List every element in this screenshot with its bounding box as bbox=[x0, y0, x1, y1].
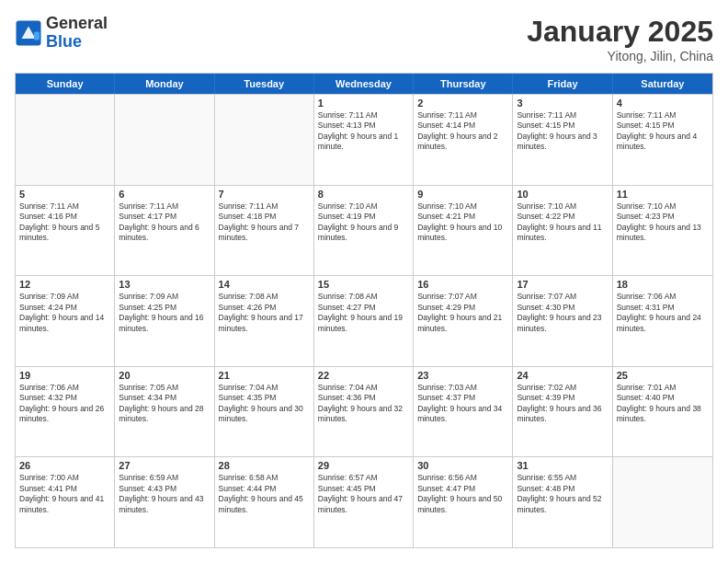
cal-cell-6: 6Sunrise: 7:11 AMSunset: 4:17 PMDaylight… bbox=[115, 186, 214, 276]
day-info: Sunrise: 7:00 AMSunset: 4:41 PMDaylight:… bbox=[19, 473, 110, 515]
day-info: Sunrise: 6:58 AMSunset: 4:44 PMDaylight:… bbox=[219, 473, 310, 515]
day-info: Sunrise: 7:10 AMSunset: 4:22 PMDaylight:… bbox=[517, 201, 608, 244]
day-number: 23 bbox=[417, 370, 508, 381]
day-info: Sunrise: 7:10 AMSunset: 4:21 PMDaylight:… bbox=[417, 201, 508, 244]
cal-cell-21: 21Sunrise: 7:04 AMSunset: 4:35 PMDayligh… bbox=[215, 367, 314, 457]
cal-cell-31: 31Sunrise: 6:55 AMSunset: 4:48 PMDayligh… bbox=[513, 457, 612, 547]
calendar-row-2: 12Sunrise: 7:09 AMSunset: 4:24 PMDayligh… bbox=[16, 275, 712, 366]
day-number: 25 bbox=[617, 370, 709, 381]
cal-cell-empty-0-0 bbox=[16, 95, 115, 185]
day-number: 2 bbox=[417, 98, 508, 109]
day-number: 8 bbox=[318, 189, 409, 200]
day-info: Sunrise: 7:10 AMSunset: 4:23 PMDaylight:… bbox=[617, 201, 709, 244]
day-info: Sunrise: 7:11 AMSunset: 4:16 PMDaylight:… bbox=[19, 201, 110, 244]
logo-blue: Blue bbox=[46, 33, 108, 52]
day-number: 16 bbox=[417, 279, 508, 290]
logo-icon bbox=[15, 19, 42, 47]
header-day-friday: Friday bbox=[513, 74, 612, 94]
day-info: Sunrise: 6:55 AMSunset: 4:48 PMDaylight:… bbox=[517, 473, 608, 515]
day-number: 6 bbox=[119, 189, 210, 200]
cal-cell-15: 15Sunrise: 7:08 AMSunset: 4:27 PMDayligh… bbox=[314, 276, 414, 366]
cal-cell-19: 19Sunrise: 7:06 AMSunset: 4:32 PMDayligh… bbox=[16, 367, 115, 457]
day-info: Sunrise: 7:01 AMSunset: 4:40 PMDaylight:… bbox=[617, 383, 709, 425]
cal-cell-25: 25Sunrise: 7:01 AMSunset: 4:40 PMDayligh… bbox=[613, 367, 712, 457]
cal-cell-11: 11Sunrise: 7:10 AMSunset: 4:23 PMDayligh… bbox=[613, 186, 712, 276]
cal-cell-18: 18Sunrise: 7:06 AMSunset: 4:31 PMDayligh… bbox=[613, 276, 712, 366]
day-number: 24 bbox=[517, 370, 608, 381]
logo-general: General bbox=[46, 15, 108, 33]
day-number: 21 bbox=[219, 370, 310, 381]
calendar-row-0: 1Sunrise: 7:11 AMSunset: 4:13 PMDaylight… bbox=[16, 94, 712, 185]
day-info: Sunrise: 7:11 AMSunset: 4:15 PMDaylight:… bbox=[617, 110, 709, 153]
cal-cell-2: 2Sunrise: 7:11 AMSunset: 4:14 PMDaylight… bbox=[414, 95, 513, 185]
day-info: Sunrise: 7:07 AMSunset: 4:30 PMDaylight:… bbox=[517, 292, 608, 334]
cal-cell-28: 28Sunrise: 6:58 AMSunset: 4:44 PMDayligh… bbox=[215, 457, 314, 547]
header-day-saturday: Saturday bbox=[613, 74, 712, 94]
cal-cell-16: 16Sunrise: 7:07 AMSunset: 4:29 PMDayligh… bbox=[414, 276, 513, 366]
day-number: 10 bbox=[517, 189, 608, 200]
day-info: Sunrise: 7:11 AMSunset: 4:17 PMDaylight:… bbox=[119, 201, 210, 244]
logo-text: General Blue bbox=[46, 15, 108, 52]
day-number: 5 bbox=[19, 189, 110, 200]
cal-cell-empty-0-1 bbox=[115, 95, 214, 185]
day-number: 27 bbox=[119, 460, 210, 471]
cal-cell-27: 27Sunrise: 6:59 AMSunset: 4:43 PMDayligh… bbox=[115, 457, 214, 547]
calendar-row-1: 5Sunrise: 7:11 AMSunset: 4:16 PMDaylight… bbox=[16, 185, 712, 276]
cal-cell-30: 30Sunrise: 6:56 AMSunset: 4:47 PMDayligh… bbox=[414, 457, 513, 547]
day-info: Sunrise: 7:06 AMSunset: 4:32 PMDaylight:… bbox=[19, 383, 110, 425]
svg-rect-2 bbox=[34, 31, 40, 40]
title-block: January 2025 Yitong, Jilin, China bbox=[527, 15, 713, 63]
day-info: Sunrise: 7:09 AMSunset: 4:25 PMDaylight:… bbox=[119, 292, 210, 334]
day-number: 1 bbox=[318, 98, 409, 109]
day-number: 22 bbox=[318, 370, 409, 381]
cal-cell-20: 20Sunrise: 7:05 AMSunset: 4:34 PMDayligh… bbox=[115, 367, 214, 457]
day-number: 26 bbox=[19, 460, 110, 471]
calendar-header: SundayMondayTuesdayWednesdayThursdayFrid… bbox=[16, 74, 712, 94]
day-number: 9 bbox=[417, 189, 508, 200]
day-number: 19 bbox=[19, 370, 110, 381]
day-info: Sunrise: 7:04 AMSunset: 4:35 PMDaylight:… bbox=[219, 383, 310, 425]
cal-cell-8: 8Sunrise: 7:10 AMSunset: 4:19 PMDaylight… bbox=[314, 186, 414, 276]
cal-cell-23: 23Sunrise: 7:03 AMSunset: 4:37 PMDayligh… bbox=[414, 367, 513, 457]
cal-cell-7: 7Sunrise: 7:11 AMSunset: 4:18 PMDaylight… bbox=[215, 186, 314, 276]
cal-cell-26: 26Sunrise: 7:00 AMSunset: 4:41 PMDayligh… bbox=[16, 457, 115, 547]
header-day-thursday: Thursday bbox=[414, 74, 513, 94]
cal-cell-29: 29Sunrise: 6:57 AMSunset: 4:45 PMDayligh… bbox=[314, 457, 414, 547]
cal-cell-1: 1Sunrise: 7:11 AMSunset: 4:13 PMDaylight… bbox=[314, 95, 414, 185]
day-number: 18 bbox=[617, 279, 709, 290]
day-number: 20 bbox=[119, 370, 210, 381]
cal-cell-17: 17Sunrise: 7:07 AMSunset: 4:30 PMDayligh… bbox=[513, 276, 612, 366]
calendar-row-4: 26Sunrise: 7:00 AMSunset: 4:41 PMDayligh… bbox=[16, 456, 712, 547]
cal-cell-9: 9Sunrise: 7:10 AMSunset: 4:21 PMDaylight… bbox=[414, 186, 513, 276]
day-info: Sunrise: 6:56 AMSunset: 4:47 PMDaylight:… bbox=[417, 473, 508, 515]
cal-cell-12: 12Sunrise: 7:09 AMSunset: 4:24 PMDayligh… bbox=[16, 276, 115, 366]
day-number: 14 bbox=[219, 279, 310, 290]
day-number: 11 bbox=[617, 189, 709, 200]
cal-cell-22: 22Sunrise: 7:04 AMSunset: 4:36 PMDayligh… bbox=[314, 367, 414, 457]
month-title: January 2025 bbox=[527, 15, 713, 49]
day-info: Sunrise: 7:06 AMSunset: 4:31 PMDaylight:… bbox=[617, 292, 709, 334]
day-info: Sunrise: 7:11 AMSunset: 4:18 PMDaylight:… bbox=[219, 201, 310, 244]
header: General Blue January 2025 Yitong, Jilin,… bbox=[15, 15, 713, 63]
day-info: Sunrise: 7:04 AMSunset: 4:36 PMDaylight:… bbox=[318, 383, 409, 425]
calendar-row-3: 19Sunrise: 7:06 AMSunset: 4:32 PMDayligh… bbox=[16, 366, 712, 457]
day-number: 7 bbox=[219, 189, 310, 200]
calendar: SundayMondayTuesdayWednesdayThursdayFrid… bbox=[15, 73, 713, 548]
day-number: 29 bbox=[318, 460, 409, 471]
day-info: Sunrise: 6:59 AMSunset: 4:43 PMDaylight:… bbox=[119, 473, 210, 515]
header-day-wednesday: Wednesday bbox=[314, 74, 414, 94]
day-info: Sunrise: 7:02 AMSunset: 4:39 PMDaylight:… bbox=[517, 383, 608, 425]
day-info: Sunrise: 6:57 AMSunset: 4:45 PMDaylight:… bbox=[318, 473, 409, 515]
day-info: Sunrise: 7:05 AMSunset: 4:34 PMDaylight:… bbox=[119, 383, 210, 425]
logo: General Blue bbox=[15, 15, 108, 52]
day-number: 30 bbox=[417, 460, 508, 471]
day-info: Sunrise: 7:10 AMSunset: 4:19 PMDaylight:… bbox=[318, 201, 409, 244]
day-number: 31 bbox=[517, 460, 608, 471]
day-info: Sunrise: 7:11 AMSunset: 4:15 PMDaylight:… bbox=[517, 110, 608, 153]
day-number: 13 bbox=[119, 279, 210, 290]
cal-cell-10: 10Sunrise: 7:10 AMSunset: 4:22 PMDayligh… bbox=[513, 186, 612, 276]
day-info: Sunrise: 7:09 AMSunset: 4:24 PMDaylight:… bbox=[19, 292, 110, 334]
cal-cell-5: 5Sunrise: 7:11 AMSunset: 4:16 PMDaylight… bbox=[16, 186, 115, 276]
day-number: 28 bbox=[219, 460, 310, 471]
header-day-tuesday: Tuesday bbox=[215, 74, 314, 94]
